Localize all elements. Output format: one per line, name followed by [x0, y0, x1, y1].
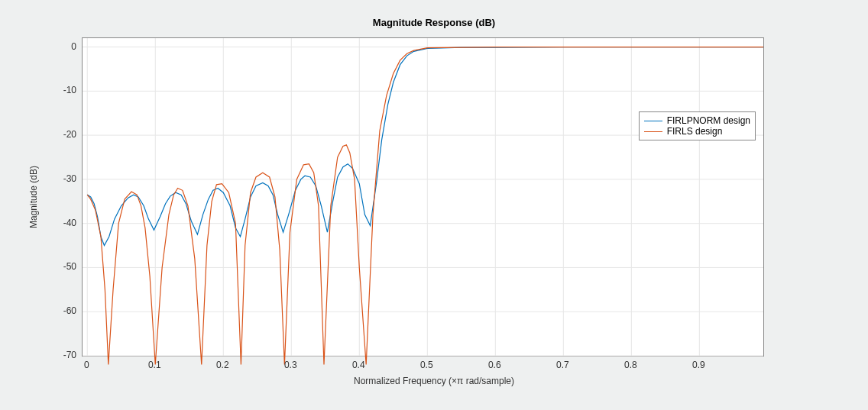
y-tick: -40: [53, 218, 76, 228]
x-tick: 0: [84, 360, 89, 370]
figure: Magnitude Response (dB) FIRLPNORM design…: [0, 0, 868, 410]
x-tick: 0.3: [284, 360, 297, 370]
x-tick: 0.2: [216, 360, 229, 370]
x-tick: 0.4: [352, 360, 365, 370]
legend-swatch-icon: [644, 131, 662, 132]
x-tick: 0.6: [488, 360, 501, 370]
legend-label: FIRLS design: [667, 126, 723, 137]
line-firls: [87, 47, 763, 365]
x-axis-label: Normalized Frequency (×π rad/sample): [0, 376, 868, 386]
axes: FIRLPNORM design FIRLS design: [82, 37, 764, 357]
y-tick: -10: [53, 85, 76, 95]
plot-area: [83, 38, 763, 356]
x-tick: 0.7: [556, 360, 569, 370]
legend-label: FIRLPNORM design: [667, 115, 750, 126]
y-axis-label: Magnitude (dB): [28, 166, 39, 228]
y-tick: -30: [53, 173, 76, 184]
line-firlpnorm: [87, 47, 763, 246]
x-tick: 0.1: [148, 360, 161, 370]
x-tick: 0.9: [692, 360, 705, 370]
y-tick: 0: [53, 41, 76, 52]
chart-title: Magnitude Response (dB): [0, 17, 868, 28]
x-tick: 0.5: [420, 360, 433, 370]
y-tick: -50: [53, 261, 76, 272]
legend[interactable]: FIRLPNORM design FIRLS design: [639, 111, 756, 140]
legend-swatch-icon: [644, 121, 662, 121]
y-tick: -70: [53, 350, 76, 360]
legend-entry: FIRLS design: [644, 126, 750, 137]
legend-entry: FIRLPNORM design: [644, 115, 750, 126]
y-tick: -60: [53, 305, 76, 316]
x-tick: 0.8: [624, 360, 637, 370]
y-tick: -20: [53, 129, 76, 140]
